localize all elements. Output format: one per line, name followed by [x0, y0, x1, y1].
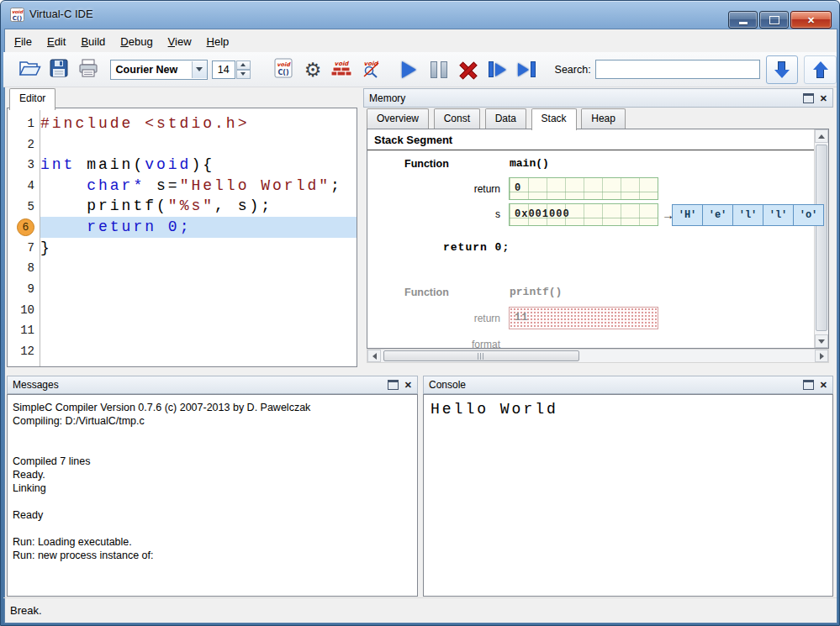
divider — [367, 150, 814, 150]
gutter-line[interactable]: 8 — [8, 258, 40, 279]
line-number: 9 — [28, 282, 34, 296]
gutter-line[interactable]: 12 — [8, 341, 40, 362]
search-down-button[interactable] — [766, 55, 799, 84]
messages-panel-header[interactable]: Messages — [7, 376, 418, 394]
code-line[interactable]: } — [40, 238, 357, 259]
gutter-line[interactable]: 10 — [8, 299, 40, 320]
s-label: s — [412, 208, 500, 220]
font-family-combo[interactable]: Courier New — [110, 60, 208, 80]
memory-panel-header[interactable]: Memory — [363, 88, 833, 108]
code-line[interactable] — [40, 341, 357, 362]
titlebar[interactable]: voidC() Virtual-C IDE — [1, 1, 839, 29]
tab-overview[interactable]: Overview — [367, 108, 429, 129]
pointer-cells: 'H''e''l''l''o' — [673, 204, 824, 226]
scroll-left-icon[interactable] — [367, 350, 381, 362]
menu-view[interactable]: View — [161, 32, 199, 51]
open-file-button[interactable] — [15, 55, 45, 84]
minimize-icon — [739, 22, 748, 24]
menu-debug[interactable]: Debug — [113, 32, 160, 51]
search-up-button[interactable] — [804, 55, 837, 84]
gutter-line[interactable]: 2 — [8, 134, 40, 155]
void-bricks-icon: void — [331, 58, 352, 82]
gutter-line[interactable]: 3 — [8, 155, 40, 176]
close-panel-icon[interactable] — [820, 92, 827, 104]
code-line[interactable] — [40, 279, 357, 300]
editor-code[interactable]: #include <stdio.h>int main(void){ char* … — [40, 108, 357, 366]
scroll-right-icon[interactable] — [815, 350, 828, 362]
menu-edit[interactable]: Edit — [40, 32, 73, 51]
messages-output[interactable]: SimpleC Compiler Version 0.7.6 (c) 2007-… — [7, 394, 418, 597]
gutter-line[interactable]: 9 — [8, 279, 40, 300]
code-line[interactable]: int main(void){ — [40, 155, 357, 176]
code-line[interactable] — [40, 134, 357, 155]
step-button[interactable] — [483, 55, 512, 84]
close-button[interactable] — [790, 11, 832, 29]
maximize-button[interactable] — [759, 11, 789, 29]
memory-horizontal-scrollbar[interactable] — [367, 349, 829, 363]
editor-tab-row: Editor — [9, 88, 57, 110]
scroll-down-icon[interactable] — [815, 334, 828, 348]
font-size-up-icon[interactable] — [236, 60, 251, 70]
close-panel-icon[interactable] — [820, 379, 827, 391]
code-editor[interactable]: 123456789101112 #include <stdio.h>int ma… — [7, 108, 357, 367]
gutter-line[interactable]: 11 — [8, 320, 40, 341]
tab-stack[interactable]: Stack — [531, 108, 577, 130]
stop-button[interactable] — [453, 55, 483, 84]
code-line[interactable] — [40, 320, 357, 341]
memory-vertical-scrollbar[interactable] — [814, 129, 828, 348]
gutter-line[interactable]: 1 — [8, 113, 40, 134]
horizontal-scroll-thumb[interactable] — [383, 350, 579, 361]
float-panel-icon[interactable] — [803, 93, 814, 103]
format-label: format — [412, 339, 500, 349]
gutter-line[interactable]: 4 — [8, 176, 40, 197]
code-line[interactable]: return 0; — [40, 217, 357, 238]
close-panel-icon[interactable] — [404, 379, 412, 391]
combo-dropdown-icon[interactable] — [192, 61, 207, 78]
float-panel-icon[interactable] — [388, 380, 399, 390]
return-value: 0 — [515, 182, 521, 194]
float-panel-icon[interactable] — [803, 380, 814, 390]
code-line[interactable]: printf("%s", s); — [40, 196, 357, 217]
code-line[interactable]: char* s="Hello World"; — [40, 176, 357, 197]
svg-text:C(): C() — [278, 69, 289, 76]
code-line[interactable]: #include <stdio.h> — [40, 113, 357, 134]
print-button[interactable] — [74, 55, 103, 84]
menu-file[interactable]: File — [7, 32, 40, 51]
gutter-line[interactable]: 6 — [8, 217, 40, 238]
font-size-spinner[interactable]: 14 — [212, 60, 251, 79]
thumb-grip — [478, 353, 485, 360]
menu-build[interactable]: Build — [73, 32, 113, 51]
run-button[interactable] — [394, 55, 424, 84]
font-size-down-icon[interactable] — [236, 70, 251, 79]
editor-gutter[interactable]: 123456789101112 — [8, 108, 40, 366]
minimize-button[interactable] — [728, 11, 758, 29]
line-number: 8 — [28, 261, 34, 275]
gutter-line[interactable]: 7 — [8, 238, 40, 259]
build-all-button[interactable]: void — [328, 55, 357, 84]
gutter-line[interactable]: 5 — [8, 196, 40, 217]
tab-data[interactable]: Data — [485, 108, 526, 129]
compile-button[interactable]: voidC() — [269, 55, 298, 84]
line-number: 3 — [28, 158, 34, 171]
check-syntax-button[interactable]: void — [357, 55, 386, 84]
line-number: 4 — [28, 179, 34, 192]
tab-heap[interactable]: Heap — [581, 108, 626, 129]
code-line[interactable] — [40, 299, 357, 320]
tab-editor[interactable]: Editor — [9, 88, 55, 110]
scroll-up-icon[interactable] — [815, 129, 828, 143]
save-file-button[interactable] — [45, 55, 74, 84]
vertical-scroll-thumb[interactable] — [816, 145, 827, 331]
play-bar-icon — [518, 61, 536, 77]
arrow-up-icon — [813, 61, 828, 78]
code-line[interactable] — [40, 258, 357, 279]
step-over-button[interactable] — [512, 55, 542, 84]
console-output-area[interactable]: Hello World — [423, 394, 833, 597]
message-line: SimpleC Compiler Version 0.7.6 (c) 2007-… — [13, 401, 412, 414]
pause-button[interactable] — [424, 55, 453, 84]
menu-help[interactable]: Help — [199, 32, 237, 51]
code-token: int — [40, 156, 75, 173]
search-input[interactable] — [595, 60, 760, 79]
tab-const[interactable]: Const — [434, 108, 480, 129]
console-panel-header[interactable]: Console — [423, 376, 833, 394]
build-settings-button[interactable] — [298, 55, 328, 84]
